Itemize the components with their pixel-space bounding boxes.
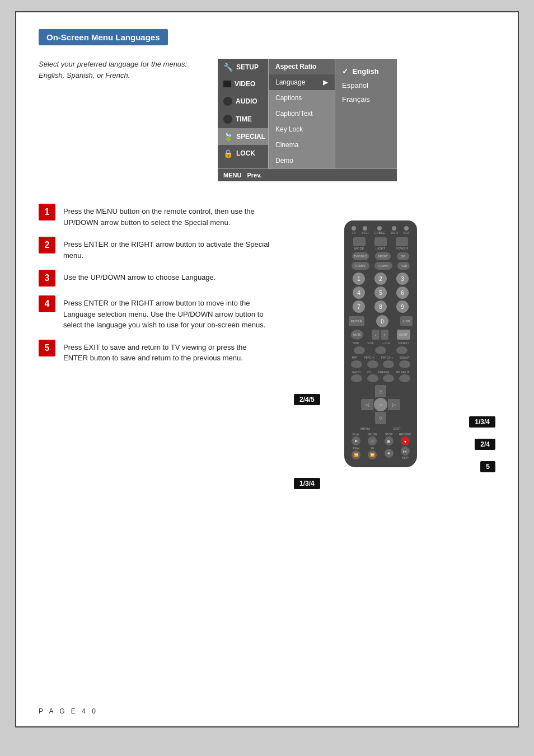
dvd-label: DVD xyxy=(391,231,398,234)
video-label: VIDEO xyxy=(235,80,255,88)
vcr-label: VCR xyxy=(362,231,369,234)
vol-minus-icon[interactable]: - xyxy=(375,332,377,337)
surf-btn[interactable]: SURF xyxy=(399,333,408,336)
callout-5-text: 5 xyxy=(486,463,490,471)
pause-btn[interactable]: ⏸ xyxy=(371,439,374,443)
vol-plus-icon[interactable]: + xyxy=(383,332,386,337)
captions-label: Captions xyxy=(275,94,302,102)
num-5-btn[interactable]: 5 xyxy=(374,287,387,299)
num-2-btn[interactable]: 2 xyxy=(374,273,387,285)
menu-mid-column: Aspect Ratio Language ▶ Captions Caption… xyxy=(268,59,335,168)
menu-right-column: ✓ English Español Français xyxy=(335,59,397,168)
demo-label: Demo xyxy=(275,157,293,165)
exit-btn-label: EXIT xyxy=(394,427,401,430)
play-label: PLAY xyxy=(353,433,359,436)
front-btn[interactable]: FRONT xyxy=(378,255,387,258)
record-label: RECORD xyxy=(399,433,411,436)
num-4-btn[interactable]: 4 xyxy=(353,287,365,299)
lang-espanol[interactable]: Español xyxy=(342,78,390,92)
skip-fwd-btn[interactable]: ⏭ xyxy=(403,449,407,453)
mid-item-cinema[interactable]: Cinema xyxy=(269,137,335,153)
aspect-ratio-label: Aspect Ratio xyxy=(275,63,316,71)
numpad: 1 2 3 4 5 6 7 8 9 xyxy=(349,273,413,313)
special-label: SPECIAL xyxy=(236,133,265,140)
ch-label: —CH xyxy=(382,341,390,345)
mute-btn[interactable]: MUTE xyxy=(353,333,361,336)
cable-label: CABLE xyxy=(374,231,386,234)
setup-label: SETUP xyxy=(236,63,259,71)
captiontext-label: Caption/Text xyxy=(275,110,313,118)
pipch-plus-label: PIPCH+ xyxy=(381,356,394,359)
menu-bottom-menu-label: MENU xyxy=(223,172,241,179)
step-3-text: Use the UP/DOWN arrow to choose Language… xyxy=(63,270,216,283)
num-3-btn[interactable]: 3 xyxy=(396,273,409,285)
step-2-text: Press ENTER or the RIGHT arrow button to… xyxy=(63,237,271,261)
lang-francais[interactable]: Français xyxy=(342,92,390,106)
steps-section: 1 Press the MENU button on the remote co… xyxy=(39,204,495,607)
stop-btn[interactable]: ⏹ xyxy=(387,439,391,443)
mode-label: MODE xyxy=(354,247,364,250)
mid-item-aspect[interactable]: Aspect Ratio xyxy=(269,59,335,74)
num-9-btn[interactable]: 9 xyxy=(396,300,409,313)
ff-btn[interactable]: ⏩ xyxy=(370,453,375,457)
sap-label: SAP xyxy=(353,341,359,345)
step-1-badge: 1 xyxy=(39,204,55,220)
ppinput-label: PP INPUT xyxy=(396,370,409,374)
menu-bottom-bar: MENU Prev. xyxy=(218,168,397,181)
mid-item-captiontext[interactable]: Caption/Text xyxy=(269,106,335,121)
stop-label: STOP xyxy=(385,433,393,436)
lock-label: LOCK xyxy=(236,149,255,157)
comp2-btn[interactable]: COMP2 xyxy=(378,264,388,267)
cinema-label: Cinema xyxy=(275,141,298,149)
callout-134b-text: 1/3/4 xyxy=(299,480,315,487)
language-label: Language xyxy=(275,78,305,86)
menu-item-audio[interactable]: AUDIO xyxy=(218,92,268,110)
step-3-row: 3 Use the UP/DOWN arrow to choose Langua… xyxy=(39,270,271,287)
dvi-btn[interactable]: DVI xyxy=(401,255,405,258)
callout-24: 2/4 xyxy=(475,439,495,450)
dpad-right-icon[interactable]: ▷ xyxy=(392,402,396,407)
menu-item-lock[interactable]: 🔒 LOCK xyxy=(218,145,268,162)
lock-icon: 🔒 xyxy=(223,149,233,157)
page: On-Screen Menu Languages Select your pre… xyxy=(15,11,519,727)
menu-item-special[interactable]: 🍃 SPECIAL xyxy=(218,128,268,145)
menu-rows: 🔧 SETUP VIDEO AUDIO TIME xyxy=(218,59,397,168)
dpad-down-icon[interactable]: ▽ xyxy=(379,416,382,421)
francais-label: Français xyxy=(342,95,370,104)
menu-item-video[interactable]: VIDEO xyxy=(218,76,268,92)
tv-label: TV xyxy=(352,231,356,234)
num-1-btn[interactable]: 1 xyxy=(353,273,365,285)
top-section: Select your preferred language for the m… xyxy=(39,59,495,181)
usb-btn[interactable]: USB xyxy=(403,320,410,323)
dpad-center-icon[interactable]: ⊙ xyxy=(380,403,382,407)
enter-btn[interactable]: ENTER xyxy=(351,320,362,323)
comp1-btn[interactable]: COMP1 xyxy=(355,264,366,267)
mid-item-keylock[interactable]: Key Lock xyxy=(269,121,335,137)
dpad-up-icon[interactable]: △ xyxy=(379,389,382,394)
rew-btn[interactable]: ⏪ xyxy=(354,453,359,457)
menu-item-time[interactable]: TIME xyxy=(218,110,268,128)
skip-back-btn[interactable]: ⏮ xyxy=(387,451,391,455)
play-btn[interactable]: ▶ xyxy=(355,439,358,443)
num-0-btn[interactable]: 0 xyxy=(376,315,388,327)
mid-item-captions[interactable]: Captions xyxy=(269,90,335,106)
num-8-btn[interactable]: 8 xyxy=(374,300,387,313)
step-1-text: Press the MENU button on the remote cont… xyxy=(63,204,271,228)
tvvideo-btn[interactable]: TV/VIDEO xyxy=(354,255,367,258)
step-1-row: 1 Press the MENU button on the remote co… xyxy=(39,204,271,228)
num-6-btn[interactable]: 6 xyxy=(396,287,409,299)
record-btn[interactable]: ● xyxy=(404,439,406,443)
callout-24-text: 2/4 xyxy=(480,440,490,448)
mid-item-demo[interactable]: Demo xyxy=(269,153,335,168)
menu-bottom-prev-label: Prev. xyxy=(247,172,261,179)
menu-item-setup[interactable]: 🔧 SETUP xyxy=(218,59,268,76)
rgb-btn[interactable]: RGB xyxy=(401,264,407,267)
dpad-left-icon[interactable]: ◁ xyxy=(366,402,369,407)
num-7-btn[interactable]: 7 xyxy=(353,300,365,313)
setup-icon: 🔧 xyxy=(223,63,233,71)
description-text: Select your preferred language for the m… xyxy=(39,59,195,81)
steps-list: 1 Press the MENU button on the remote co… xyxy=(39,204,271,607)
lang-english[interactable]: ✓ English xyxy=(342,64,390,78)
espanol-label: Español xyxy=(342,81,368,90)
mid-item-language[interactable]: Language ▶ xyxy=(269,74,335,90)
